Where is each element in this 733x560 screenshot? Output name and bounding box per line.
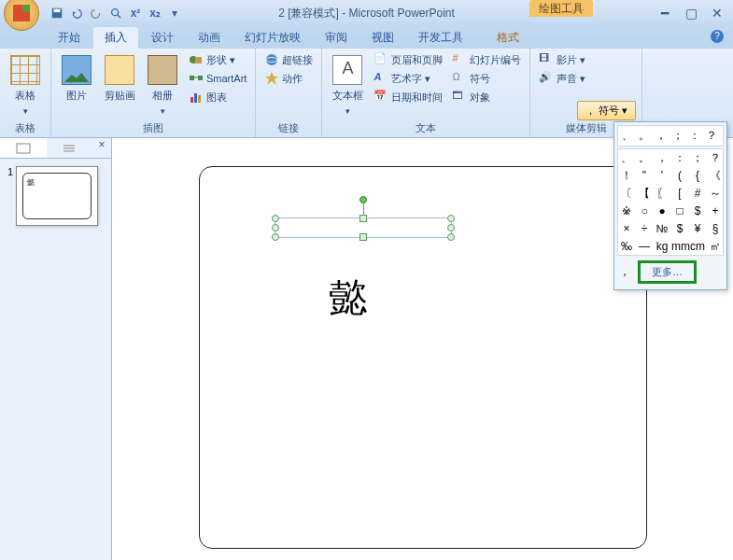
symbol-grid-item[interactable]: ( <box>671 167 688 184</box>
symbol-recent-item[interactable]: 、 <box>620 128 635 144</box>
symbol-grid-item[interactable]: 。 <box>636 149 653 166</box>
symbol-grid-item[interactable]: ； <box>689 149 706 166</box>
svg-rect-9 <box>190 97 193 103</box>
symbol-grid-item[interactable]: 〖 <box>654 185 670 202</box>
symbol-grid-item[interactable]: [ <box>671 185 688 202</box>
tab-animations[interactable]: 动画 <box>187 27 232 49</box>
textbox-button[interactable]: A文本框▾ <box>328 51 367 116</box>
resize-handle-mt[interactable] <box>359 215 367 222</box>
symbol-grid-item[interactable]: § <box>707 220 724 237</box>
symbol-grid-item[interactable]: 、 <box>618 149 635 166</box>
sound-button[interactable]: 🔊声音 ▾ <box>536 70 588 87</box>
tab-home[interactable]: 开始 <box>47 27 92 49</box>
symbol-grid-item[interactable]: + <box>707 203 724 219</box>
smartart-button[interactable]: SmartArt <box>186 70 249 87</box>
tab-insert[interactable]: 插入 <box>93 27 138 49</box>
symbol-grid-item[interactable]: $ <box>689 203 706 219</box>
close-button[interactable]: ✕ <box>709 6 726 21</box>
symbol-recent-item[interactable]: ； <box>670 128 685 144</box>
symbol-grid-item[interactable]: ¥ <box>689 220 706 237</box>
symbol-grid-item[interactable]: ！ <box>618 167 635 184</box>
datetime-button[interactable]: 📅日期和时间 <box>371 89 445 105</box>
symbol-grid-item[interactable]: ● <box>654 203 670 219</box>
album-button[interactable]: 相册▾ <box>143 51 182 116</box>
resize-handle-mb[interactable] <box>359 233 367 241</box>
slidenum-button[interactable]: #幻灯片编号 <box>449 51 524 68</box>
tab-view[interactable]: 视图 <box>360 27 405 49</box>
slide: 懿 <box>199 166 647 549</box>
clipart-button[interactable]: 剪贴画 <box>100 51 139 103</box>
symbol-grid-item[interactable]: kg <box>654 238 670 255</box>
shapes-button[interactable]: 形状 ▾ <box>186 51 249 68</box>
chart-button[interactable]: 图表 <box>186 89 249 105</box>
symbol-grid-item[interactable]: 《 <box>707 167 724 184</box>
symbol-grid-item[interactable]: ○ <box>636 203 653 219</box>
symbol-grid-item[interactable]: 【 <box>636 185 653 202</box>
symbol-grid-item[interactable]: " <box>636 167 653 184</box>
more-symbols-button[interactable]: 更多… <box>638 260 697 284</box>
resize-handle-mr[interactable] <box>447 224 455 231</box>
slide-thumbnail[interactable]: 1 懿 <box>7 166 104 226</box>
symbol-grid-item[interactable]: # <box>689 185 706 202</box>
help-icon[interactable]: ? <box>711 30 724 43</box>
subscript-icon[interactable]: x₂ <box>147 5 163 21</box>
print-preview-icon[interactable] <box>107 5 124 21</box>
symbol-grid-item[interactable]: □ <box>671 203 688 219</box>
group-label-text: 文本 <box>328 119 524 137</box>
redo-icon[interactable] <box>88 5 105 21</box>
symbol-recent-item[interactable]: ： <box>687 128 702 144</box>
symbol-grid-item[interactable]: $ <box>671 220 688 237</box>
symbol-grid-item[interactable]: — <box>636 238 653 255</box>
minimize-button[interactable]: ━ <box>656 6 673 21</box>
movie-button[interactable]: 🎞影片 ▾ <box>536 51 588 68</box>
tab-slideshow[interactable]: 幻灯片放映 <box>233 27 312 49</box>
symbol-recent-item[interactable]: ？ <box>704 128 719 144</box>
resize-handle-tl[interactable] <box>272 215 279 222</box>
symbol-grid-item[interactable]: ※ <box>618 203 635 219</box>
tab-design[interactable]: 设计 <box>140 27 185 49</box>
headerfooter-button[interactable]: 📄页眉和页脚 <box>371 51 445 68</box>
table-button[interactable]: 表格▾ <box>6 51 45 116</box>
symbol-grid-item[interactable]: ㎡ <box>707 238 724 255</box>
symbol-dropdown-button[interactable]: ，符号 ▾ <box>577 101 636 120</box>
action-button[interactable]: 动作 <box>261 70 316 87</box>
tab-format[interactable]: 格式 <box>486 27 530 49</box>
save-icon[interactable] <box>49 5 65 21</box>
symbol-grid-item[interactable]: { <box>689 167 706 184</box>
wordart-button[interactable]: A艺术字 ▾ <box>371 70 445 87</box>
tab-developer[interactable]: 开发工具 <box>407 27 474 49</box>
symbol-grid-item[interactable]: ： <box>671 149 688 166</box>
qat-dropdown-icon[interactable]: ▾ <box>166 5 183 21</box>
symbol-grid-item[interactable]: № <box>654 220 670 237</box>
symbol-grid-item[interactable]: ～ <box>707 185 724 202</box>
recent-symbol-icon[interactable]: ， <box>619 264 630 280</box>
undo-icon[interactable] <box>68 5 85 21</box>
symbol-recent-item[interactable]: ， <box>654 128 669 144</box>
symbol-grid-item[interactable]: ？ <box>707 149 724 166</box>
slides-tab[interactable] <box>0 138 47 158</box>
symbol-grid-item[interactable]: ‰ <box>618 238 635 255</box>
selected-textbox[interactable] <box>275 217 452 238</box>
outline-tab[interactable] <box>47 138 93 158</box>
symbol-grid-item[interactable]: mm <box>671 238 688 255</box>
resize-handle-br[interactable] <box>447 233 455 241</box>
symbol-grid-item[interactable]: ' <box>654 167 670 184</box>
symbol-grid-item[interactable]: 〔 <box>618 185 635 202</box>
symbol-grid-item[interactable]: ÷ <box>636 220 653 237</box>
object-button[interactable]: 🗔对象 <box>449 89 524 105</box>
resize-handle-bl[interactable] <box>272 233 279 241</box>
picture-button[interactable]: 图片 <box>57 51 96 103</box>
resize-handle-tr[interactable] <box>447 215 455 222</box>
restore-button[interactable]: ▢ <box>683 6 699 21</box>
resize-handle-ml[interactable] <box>272 224 279 231</box>
symbol-grid-item[interactable]: × <box>618 220 635 237</box>
hyperlink-button[interactable]: 超链接 <box>261 51 316 68</box>
symbol-button[interactable]: Ω符号 <box>449 70 524 87</box>
symbol-grid-item[interactable]: ， <box>654 149 670 166</box>
symbol-recent-item[interactable]: 。 <box>637 128 652 144</box>
tab-review[interactable]: 审阅 <box>314 27 359 49</box>
symbol-grid-item[interactable]: cm <box>689 238 706 255</box>
superscript-icon[interactable]: x² <box>127 5 144 21</box>
close-panel-icon[interactable]: × <box>92 138 111 158</box>
rotation-handle[interactable] <box>359 196 367 203</box>
